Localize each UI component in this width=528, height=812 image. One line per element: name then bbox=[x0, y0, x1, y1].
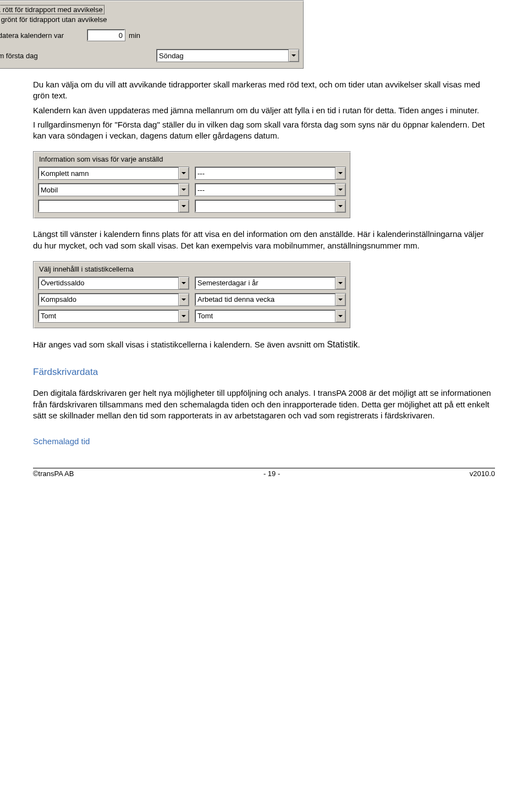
body-paragraph: Du kan välja om du vill att avvikande ti… bbox=[33, 79, 495, 102]
page-footer: ©transPA AB - 19 - v2010.0 bbox=[33, 468, 495, 478]
section-heading: Färdskrivardata bbox=[33, 367, 495, 378]
footer-left: ©transPA AB bbox=[33, 469, 74, 478]
dropdown-value bbox=[38, 200, 178, 212]
text-run: Här anges vad som skall visas i statisti… bbox=[33, 340, 327, 349]
info-right-2-dropdown[interactable]: --- bbox=[195, 183, 346, 196]
dropdown-value: Arbetad tid denna vecka bbox=[195, 294, 335, 306]
stat-right-3-dropdown[interactable]: Tomt bbox=[195, 310, 346, 323]
checkbox-label: Uppdatera kalendern var bbox=[0, 31, 64, 40]
checkbox-label: Visa rött för tidrapport med avvikelse bbox=[0, 5, 105, 14]
panel-title: Information som visas för varje anställd bbox=[39, 155, 346, 163]
body-paragraph: Kalendern kan även uppdateras med jämna … bbox=[33, 105, 495, 116]
dropdown-value: Komplett namn bbox=[38, 167, 178, 179]
dropdown-value: Kompsaldo bbox=[38, 294, 178, 306]
dropdown-value: Söndag bbox=[157, 49, 288, 62]
dropdown-value: Semesterdagar i år bbox=[195, 277, 335, 289]
sub-heading: Schemalagd tid bbox=[33, 437, 495, 446]
body-paragraph: I rullgardinsmenyn för "Första dag" stäl… bbox=[33, 119, 495, 142]
body-paragraph: Den digitala färdskrivaren ger helt nya … bbox=[33, 388, 495, 421]
interval-value: 0 bbox=[119, 31, 123, 40]
dropdown-value: Mobil bbox=[38, 184, 178, 196]
stat-right-1-dropdown[interactable]: Semesterdagar i år bbox=[195, 277, 346, 290]
stat-left-2-dropdown[interactable]: Kompsaldo bbox=[38, 293, 189, 306]
chevron-down-icon bbox=[178, 200, 189, 212]
chevron-down-icon bbox=[288, 49, 299, 62]
checkbox-update-interval[interactable]: Uppdatera kalendern var bbox=[0, 31, 64, 40]
body-paragraph: Här anges vad som skall visas i statisti… bbox=[33, 339, 495, 351]
info-right-3-dropdown[interactable] bbox=[195, 200, 346, 213]
checkbox-red-deviation[interactable]: ✓ Visa rött för tidrapport med avvikelse bbox=[0, 5, 105, 14]
info-left-3-dropdown[interactable] bbox=[38, 200, 189, 213]
chevron-down-icon bbox=[178, 277, 189, 289]
info-left-1-dropdown[interactable]: Komplett namn bbox=[38, 167, 189, 180]
checkbox-label: Visa grönt för tidrapport utan avvikelse bbox=[0, 15, 107, 24]
chevron-down-icon bbox=[335, 277, 345, 289]
interval-unit: min bbox=[129, 31, 140, 40]
chevron-down-icon bbox=[335, 184, 345, 196]
stat-left-3-dropdown[interactable]: Tomt bbox=[38, 310, 189, 323]
chevron-down-icon bbox=[335, 294, 345, 306]
chevron-down-icon bbox=[178, 294, 189, 306]
stat-left-1-dropdown[interactable]: Övertidssaldo bbox=[38, 277, 189, 290]
first-day-dropdown[interactable]: Söndag bbox=[156, 49, 299, 62]
dropdown-value: --- bbox=[195, 184, 335, 196]
dropdown-value: --- bbox=[195, 167, 335, 179]
text-run: . bbox=[358, 340, 360, 349]
chevron-down-icon bbox=[335, 200, 345, 212]
stat-right-2-dropdown[interactable]: Arbetad tid denna vecka bbox=[195, 293, 346, 306]
settings-panel-employee-info: Information som visas för varje anställd… bbox=[33, 151, 351, 219]
chevron-down-icon bbox=[178, 167, 189, 179]
dropdown-value bbox=[195, 200, 335, 212]
chevron-down-icon bbox=[335, 310, 345, 322]
chevron-down-icon bbox=[178, 184, 189, 196]
settings-panel-statistics: Välj innehålll i statistikcellerna Övert… bbox=[33, 261, 351, 329]
interval-input[interactable]: 0 bbox=[87, 29, 125, 41]
settings-panel-calendar: ✓ Visa rött för tidrapport med avvikelse… bbox=[0, 0, 304, 69]
footer-center: - 19 - bbox=[263, 469, 280, 478]
dropdown-value: Tomt bbox=[38, 310, 178, 322]
info-right-1-dropdown[interactable]: --- bbox=[195, 167, 346, 180]
checkbox-green-no-deviation[interactable]: ✓ Visa grönt för tidrapport utan avvikel… bbox=[0, 15, 107, 24]
dropdown-value: Övertidssaldo bbox=[38, 277, 178, 289]
footer-right: v2010.0 bbox=[470, 469, 495, 478]
info-left-2-dropdown[interactable]: Mobil bbox=[38, 183, 189, 196]
chevron-down-icon bbox=[335, 167, 345, 179]
body-paragraph: Längst till vänster i kalendern finns pl… bbox=[33, 229, 495, 251]
panel-title: Välj innehålll i statistikcellerna bbox=[39, 265, 346, 273]
chevron-down-icon bbox=[178, 310, 189, 322]
text-run-emphasis: Statistik bbox=[327, 340, 358, 349]
dropdown-value: Tomt bbox=[195, 310, 335, 322]
first-day-label: Visa som första dag bbox=[0, 52, 156, 60]
